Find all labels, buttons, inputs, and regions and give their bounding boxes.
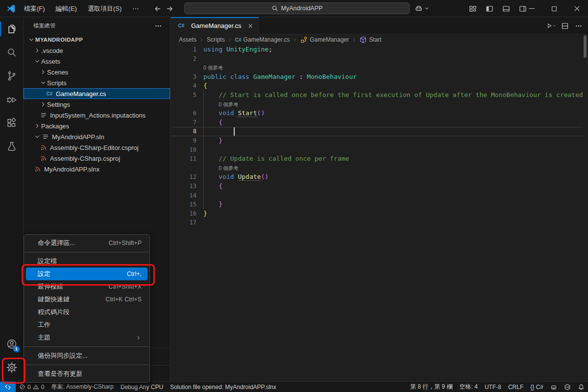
solution-status[interactable]: Solution file opened: MyAndroidAPP.slnx — [167, 382, 280, 392]
cursor-position-status[interactable]: 第 8 行，第 9 欄 — [407, 382, 456, 392]
code-line-17[interactable]: 17 — [171, 218, 588, 227]
toggle-panel-icon[interactable] — [498, 0, 514, 17]
menu-item-7[interactable]: 工作 — [26, 318, 147, 331]
tree-item--vscode[interactable]: .vscode — [24, 45, 170, 56]
toggle-primary-sidebar-icon[interactable] — [481, 0, 498, 17]
tree-item-myandroidapp-sln[interactable]: MyAndroidAPP.sln — [24, 131, 170, 142]
codelens-row[interactable]: 0 個參考 — [171, 164, 588, 173]
menu-item-12[interactable]: 查看是否有更新 — [26, 368, 147, 380]
activity-run-debug[interactable] — [0, 88, 24, 111]
activity-settings[interactable] — [0, 356, 24, 379]
tree-item-settings[interactable]: Settings — [24, 99, 170, 110]
more-actions-icon[interactable] — [573, 21, 584, 31]
close-button[interactable] — [565, 0, 588, 17]
build-configuration-status[interactable]: Debug Any CPU — [117, 382, 167, 392]
menu-item-4[interactable]: 延伸模組Ctrl+Shift+X — [26, 280, 147, 293]
chevron-down-icon[interactable] — [33, 133, 41, 141]
more-actions-icon[interactable] — [154, 22, 162, 30]
code-area[interactable]: 1using UnityEngine;20 個參考3public class G… — [171, 45, 588, 381]
tree-item-assets[interactable]: Assets — [24, 56, 170, 67]
encoding-status[interactable]: UTF-8 — [481, 382, 505, 392]
activity-source-control[interactable] — [0, 64, 24, 88]
split-editor-icon[interactable] — [560, 21, 570, 31]
project-file-icon — [33, 165, 42, 173]
code-line-8[interactable]: 8 — [171, 127, 588, 136]
chevron-right-icon[interactable] — [33, 122, 41, 130]
code-line-6[interactable]: 6 void Start() — [171, 109, 588, 118]
breadcrumb-3[interactable]: GameManager — [300, 36, 349, 44]
chevron-down-icon[interactable] — [39, 79, 47, 87]
chevron-right-icon[interactable] — [39, 68, 47, 76]
copilot-button[interactable] — [415, 3, 430, 14]
codelens-row[interactable]: 0 個參考 — [171, 100, 588, 109]
chevron-down-icon[interactable] — [33, 57, 41, 65]
menu-item-5[interactable]: 鍵盤快速鍵Ctrl+K Ctrl+S — [26, 293, 147, 306]
code-line-10[interactable]: 10 — [171, 146, 588, 155]
code-line-1[interactable]: 1using UnityEngine; — [171, 45, 588, 54]
code-line-13[interactable]: 13 { — [171, 182, 588, 191]
tab-close-icon[interactable] — [247, 23, 254, 29]
menu-item-10[interactable]: 備份與同步設定... — [26, 349, 147, 362]
menubar-item-0[interactable]: 檔案(F) — [19, 3, 50, 15]
remote-indicator[interactable] — [0, 382, 16, 392]
project-status[interactable]: 專案: Assembly-CSharp — [48, 382, 117, 392]
command-center-search[interactable]: MyAndroidAPP — [184, 2, 410, 14]
breadcrumb-0[interactable]: Assets — [179, 36, 196, 43]
menubar-item-1[interactable]: 編輯(E) — [50, 3, 82, 15]
activity-search[interactable] — [0, 41, 24, 64]
csharp-devkit-status[interactable] — [547, 382, 561, 392]
code-line-9[interactable]: 9 } — [171, 136, 588, 146]
menu-item-2[interactable]: 設定檔 — [26, 255, 147, 268]
code-line-4[interactable]: 4{ — [171, 81, 588, 91]
tree-item-assembly-csharp-csproj[interactable]: Assembly-CSharp.csproj — [24, 153, 170, 164]
activity-extensions[interactable] — [0, 111, 24, 135]
code-line-2[interactable]: 2 — [171, 54, 588, 64]
tree-item-packages[interactable]: Packages — [24, 121, 170, 131]
tab-gamemanager[interactable]: C# GameManager.cs — [171, 17, 259, 34]
breadcrumb-4[interactable]: Start — [359, 36, 381, 44]
chevron-right-icon[interactable] — [39, 100, 47, 108]
forward-icon[interactable] — [166, 5, 173, 13]
chevron-down-icon[interactable] — [27, 36, 35, 44]
activity-explorer[interactable] — [0, 17, 24, 41]
code-line-15[interactable]: 15 } — [171, 200, 588, 209]
indentation-status[interactable]: 空格: 4 — [456, 382, 481, 392]
tree-item-myandroidapp-slnx[interactable]: MyAndroidAPP.slnx — [24, 164, 170, 174]
tree-item-myandroidapp[interactable]: MYANDROIDAPP — [24, 34, 170, 45]
tree-item-assembly-csharp-editor-csproj[interactable]: Assembly-CSharp-Editor.csproj — [24, 142, 170, 153]
language-mode-status[interactable]: {} C# — [527, 382, 547, 392]
tree-item-scenes[interactable]: Scenes — [24, 67, 170, 77]
editor-scrollbar[interactable] — [584, 35, 587, 58]
menu-item-0[interactable]: 命令選擇區...Ctrl+Shift+P — [26, 237, 147, 249]
maximize-button[interactable] — [543, 0, 565, 17]
codelens-row[interactable]: 0 個參考 — [171, 63, 588, 73]
tree-item-gamemanager-cs[interactable]: C#GameManager.cs — [24, 88, 170, 99]
tree-item-inputsystem-actions-inputactions[interactable]: InputSystem_Actions.inputactions — [24, 110, 170, 121]
menu-item-6[interactable]: 程式碼片段 — [26, 306, 147, 318]
eol-status[interactable]: CRLF — [505, 382, 527, 392]
code-line-5[interactable]: 5 // Start is called once before the fir… — [171, 91, 588, 100]
notifications-status[interactable] — [574, 382, 588, 392]
customize-layout-icon[interactable] — [465, 0, 481, 17]
code-line-7[interactable]: 7 { — [171, 118, 588, 127]
menubar-overflow[interactable]: ⋯ — [127, 3, 144, 15]
code-line-11[interactable]: 11 // Update is called once per frame — [171, 154, 588, 164]
csharp-project-status[interactable]: C# — [561, 382, 574, 392]
menubar-item-2[interactable]: 選取項目(S) — [82, 3, 127, 15]
minimize-button[interactable] — [520, 0, 543, 17]
activity-testing[interactable] — [0, 135, 24, 158]
code-line-14[interactable]: 14 — [171, 191, 588, 200]
breadcrumb-2[interactable]: C#GameManager.cs — [235, 36, 290, 43]
breadcrumb-1[interactable]: Scripts — [207, 36, 225, 43]
run-button[interactable] — [546, 21, 557, 31]
activity-accounts[interactable]: 1 — [0, 332, 24, 356]
chevron-right-icon[interactable] — [33, 47, 41, 54]
back-icon[interactable] — [154, 5, 162, 13]
tree-item-scripts[interactable]: Scripts — [24, 77, 170, 88]
menu-item-3[interactable]: 設定Ctrl+, — [26, 268, 147, 280]
menu-item-8[interactable]: 主題 — [26, 331, 147, 344]
code-line-3[interactable]: 3public class GameManager : MonoBehaviou… — [171, 73, 588, 82]
code-line-16[interactable]: 16} — [171, 209, 588, 219]
problems-status[interactable]: 00 — [16, 382, 48, 392]
code-line-12[interactable]: 12 void Update() — [171, 172, 588, 182]
